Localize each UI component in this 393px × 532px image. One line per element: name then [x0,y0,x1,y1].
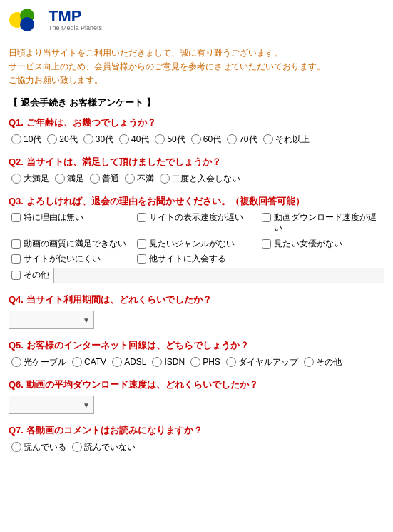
q5-label: Q5. お客様のインターネット回線は、どちらでしょうか？ [9,339,384,352]
q5-label-5: ダイヤルアップ [238,356,298,368]
q3-other-label[interactable]: その他 [11,269,49,281]
q5-radio-1[interactable] [72,357,82,367]
q5-label-6: その他 [316,356,342,368]
q3-option-4[interactable]: 見たいジャンルがない [137,239,260,250]
q4-select[interactable]: 1ヶ月未満 1〜3ヶ月 3〜6ヶ月 6ヶ月〜1年 1年以上 [9,311,94,329]
q6-select[interactable]: 低速（512kbps未満） 普通（1〜5Mbps） 高速（5Mbps以上） [9,396,94,414]
q5-radio-0[interactable] [11,357,21,367]
q1-label-60: 60代 [203,134,221,146]
q2-radio-0[interactable] [11,174,21,184]
q3-check-6[interactable] [11,254,21,264]
q1-radio-30[interactable] [83,134,93,144]
q1-option-70[interactable]: 70代 [227,134,257,146]
intro-line2: サービス向上のため、会員皆様からのご意見を参考にさせていただいております。 [9,60,384,74]
logo-tmp-text: TMP [49,9,102,24]
q1-label-30: 30代 [96,134,113,146]
q1-radio-60[interactable] [191,134,201,144]
q3-check-5[interactable] [262,239,271,249]
q1-option-20[interactable]: 20代 [47,134,77,146]
q2-option-3[interactable]: 不満 [125,173,154,185]
q2-option-0[interactable]: 大満足 [11,173,49,185]
q3-check-1[interactable] [137,213,146,222]
q3-check-2[interactable] [262,213,271,222]
q3-option-6[interactable]: サイトが使いにくい [11,254,134,265]
q5-radio-4[interactable] [190,357,200,367]
q1-option-other[interactable]: それ以上 [263,134,310,146]
q1-option-10[interactable]: 10代 [11,134,41,146]
q2-label-4: 二度と入会しない [172,173,240,185]
q1-radio-70[interactable] [227,134,237,144]
question-q3: Q3. よろしければ、退会の理由をお聞かせください。（複数回答可能） 特に理由は… [9,195,384,283]
q3-label-5: 見たい女優がない [274,239,342,250]
q1-label-50: 50代 [167,134,185,146]
q5-radio-2[interactable] [112,357,122,367]
q5-radio-5[interactable] [226,357,236,367]
q2-option-2[interactable]: 普通 [90,173,119,185]
q1-radio-group: 10代 20代 30代 40代 50代 60代 70代 それ以上 [9,134,384,146]
q3-option-7[interactable]: 他サイトに入会する [137,254,260,265]
q7-radio-1[interactable] [72,442,82,452]
q5-option-4[interactable]: PHS [190,356,220,368]
q2-label-0: 大満足 [24,173,49,185]
q2-radio-1[interactable] [55,174,65,184]
q1-radio-other[interactable] [263,134,273,144]
q5-option-3[interactable]: ISDN [152,356,185,368]
q2-radio-4[interactable] [160,174,170,184]
q2-option-1[interactable]: 満足 [55,173,84,185]
q3-option-1[interactable]: サイトの表示速度が遅い [137,212,260,234]
q1-radio-20[interactable] [47,134,57,144]
q2-radio-2[interactable] [90,174,100,184]
q2-label-3: 不満 [137,173,154,185]
q3-label-4: 見たいジャンルがない [149,239,235,250]
q1-radio-50[interactable] [155,134,165,144]
q3-check-4[interactable] [137,239,146,249]
q2-label: Q2. 当サイトは、満足して頂けましたでしょうか？ [9,156,384,169]
q5-option-6[interactable]: その他 [304,356,342,368]
q1-label-70: 70代 [239,134,257,146]
q7-option-1[interactable]: 読んでいない [72,441,136,453]
q3-option-3[interactable]: 動画の画質に満足できない [11,239,134,250]
q6-select-wrapper: 低速（512kbps未満） 普通（1〜5Mbps） 高速（5Mbps以上） ▼ [9,396,94,414]
question-q1: Q1. ご年齢は、お幾つでしょうか？ 10代 20代 30代 40代 50代 6… [9,116,384,146]
q5-option-0[interactable]: 光ケーブル [11,356,66,368]
q7-radio-group: 読んでいる 読んでいない [9,441,384,453]
q1-radio-40[interactable] [119,134,129,144]
logo-icon [9,6,43,34]
q3-check-0[interactable] [11,213,21,222]
q5-label-1: CATV [84,357,106,367]
svg-point-2 [20,17,34,31]
q3-other-text: その他 [24,269,49,281]
q3-checkbox-grid: 特に理由は無い サイトの表示速度が遅い 動画ダウンロード速度が遅い 動画の画質に… [9,212,384,265]
q3-option-5[interactable]: 見たい女優がない [262,239,384,250]
q1-label-40: 40代 [131,134,149,146]
q1-option-30[interactable]: 30代 [83,134,113,146]
q1-option-50[interactable]: 50代 [155,134,185,146]
q5-option-1[interactable]: CATV [72,356,106,368]
q1-option-40[interactable]: 40代 [119,134,149,146]
q2-radio-3[interactable] [125,174,135,184]
q3-label-7: 他サイトに入会する [149,254,226,265]
q1-option-60[interactable]: 60代 [191,134,221,146]
q5-radio-3[interactable] [152,357,162,367]
q3-option-2[interactable]: 動画ダウンロード速度が遅い [262,212,384,234]
q5-option-5[interactable]: ダイヤルアップ [226,356,298,368]
q3-other-input[interactable] [53,268,384,283]
q2-option-4[interactable]: 二度と入会しない [160,173,240,185]
q4-label: Q4. 当サイト利用期間は、どれくらいでしたか？ [9,293,384,306]
q7-radio-0[interactable] [11,442,21,452]
q1-radio-10[interactable] [11,134,21,144]
q3-check-3[interactable] [11,239,21,249]
intro-section: 日頃より当サイトをご利用いただきまして、誠に有り難うございます。 サービス向上の… [9,46,384,88]
q3-option-0[interactable]: 特に理由は無い [11,212,134,234]
q5-option-2[interactable]: ADSL [112,356,146,368]
question-q2: Q2. 当サイトは、満足して頂けましたでしょうか？ 大満足 満足 普通 不満 二… [9,156,384,185]
q3-label-2: 動画ダウンロード速度が遅い [274,212,384,234]
q3-label-6: サイトが使いにくい [24,254,101,265]
q5-radio-6[interactable] [304,357,314,367]
q7-option-0[interactable]: 読んでいる [11,441,66,453]
q3-check-other[interactable] [11,271,21,280]
q3-check-7[interactable] [137,254,146,264]
q2-radio-group: 大満足 満足 普通 不満 二度と入会しない [9,173,384,185]
q5-radio-group: 光ケーブル CATV ADSL ISDN PHS ダイヤルアップ その他 [9,356,384,368]
question-q6: Q6. 動画の平均ダウンロード速度は、どれくらいでしたか？ 低速（512kbps… [9,378,384,414]
